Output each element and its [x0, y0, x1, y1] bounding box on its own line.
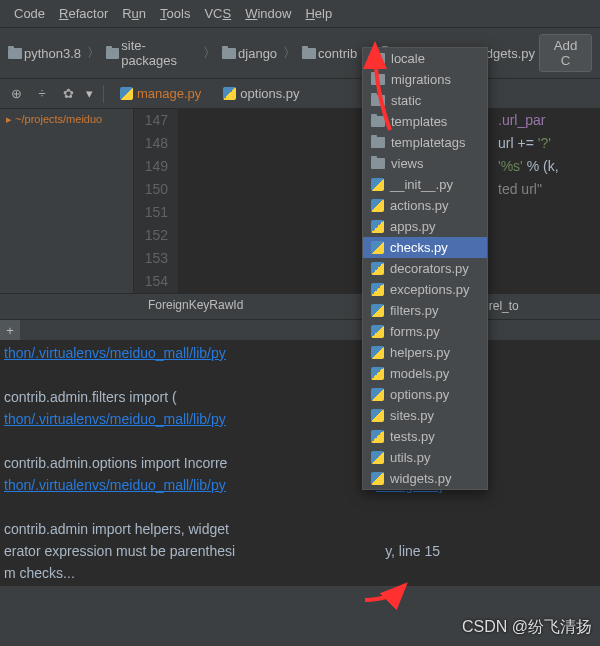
- dropdown-file-actions-py[interactable]: actions.py: [363, 195, 487, 216]
- toolbar: ⊕ ÷ ✿ ▾ manage.py options.py: [0, 79, 600, 109]
- tab-options[interactable]: options.py: [217, 84, 305, 103]
- folder-icon: [371, 74, 385, 85]
- menu-refactor[interactable]: Refactor: [53, 4, 114, 23]
- editor: ▸ ~/projects/meiduo 14714814915015115215…: [0, 109, 600, 293]
- python-file-icon: [371, 430, 384, 443]
- dropdown-folder-locale[interactable]: locale: [363, 48, 487, 69]
- dropdown-file-__init__-py[interactable]: __init__.py: [363, 174, 487, 195]
- dropdown-file-filters-py[interactable]: filters.py: [363, 300, 487, 321]
- dropdown-file-exceptions-py[interactable]: exceptions.py: [363, 279, 487, 300]
- python-file-icon: [371, 409, 384, 422]
- project-panel[interactable]: ▸ ~/projects/meiduo: [0, 109, 134, 293]
- python-file-icon: [371, 241, 384, 254]
- python-file-icon: [371, 283, 384, 296]
- breadcrumb: python3.8〉 site-packages〉 django〉 contri…: [0, 28, 600, 79]
- menu-run[interactable]: Run: [116, 4, 152, 23]
- menu-tools[interactable]: Tools: [154, 4, 196, 23]
- gutter: 147148149150151152153154: [134, 109, 178, 293]
- bc-contrib[interactable]: contrib: [302, 46, 357, 61]
- python-file-icon: [120, 87, 133, 100]
- folder-icon: [371, 53, 385, 64]
- python-file-icon: [223, 87, 236, 100]
- bc-python[interactable]: python3.8: [8, 46, 81, 61]
- dropdown-file-models-py[interactable]: models.py: [363, 363, 487, 384]
- python-file-icon: [371, 388, 384, 401]
- folder-icon: [371, 137, 385, 148]
- target-icon[interactable]: ⊕: [8, 86, 24, 102]
- dropdown-file-sites-py[interactable]: sites.py: [363, 405, 487, 426]
- folder-icon: [302, 48, 316, 59]
- python-file-icon: [371, 199, 384, 212]
- folder-icon: [106, 48, 119, 59]
- dropdown-folder-migrations[interactable]: migrations: [363, 69, 487, 90]
- dropdown-folder-views[interactable]: views: [363, 153, 487, 174]
- watermark: CSDN @纷飞清扬: [462, 617, 592, 638]
- python-file-icon: [371, 304, 384, 317]
- bc-site-packages[interactable]: site-packages: [106, 38, 197, 68]
- folder-icon: [371, 116, 385, 127]
- dropdown-folder-templatetags[interactable]: templatetags: [363, 132, 487, 153]
- console-output[interactable]: thon/.virtualenvs/meiduo_mall/lib/pyacka…: [0, 340, 600, 586]
- python-file-icon: [371, 346, 384, 359]
- dropdown-file-tests-py[interactable]: tests.py: [363, 426, 487, 447]
- python-file-icon: [371, 367, 384, 380]
- menu-bar: Code Refactor Run Tools VCS Window Help: [0, 0, 600, 28]
- add-tab-button[interactable]: +: [0, 320, 20, 340]
- menu-code[interactable]: Code: [8, 4, 51, 23]
- python-file-icon: [371, 262, 384, 275]
- dropdown-file-decorators-py[interactable]: decorators.py: [363, 258, 487, 279]
- add-config-button[interactable]: Add C: [539, 34, 592, 72]
- dropdown-file-helpers-py[interactable]: helpers.py: [363, 342, 487, 363]
- file-dropdown: localemigrationsstatictemplatestemplatet…: [362, 47, 488, 490]
- menu-help[interactable]: Help: [299, 4, 338, 23]
- collapse-icon[interactable]: ÷: [34, 86, 50, 102]
- python-file-icon: [371, 325, 384, 338]
- folder-icon: [371, 158, 385, 169]
- menu-window[interactable]: Window: [239, 4, 297, 23]
- dropdown-folder-static[interactable]: static: [363, 90, 487, 111]
- dropdown-file-forms-py[interactable]: forms.py: [363, 321, 487, 342]
- folder-icon: [371, 95, 385, 106]
- python-file-icon: [371, 178, 384, 191]
- dropdown-file-widgets-py[interactable]: widgets.py: [363, 468, 487, 489]
- bc-django[interactable]: django: [222, 46, 277, 61]
- folder-icon: [8, 48, 22, 59]
- dropdown-file-utils-py[interactable]: utils.py: [363, 447, 487, 468]
- python-file-icon: [371, 472, 384, 485]
- menu-vcs[interactable]: VCS: [198, 4, 237, 23]
- python-file-icon: [371, 220, 384, 233]
- status-bar: ForeignKeyRawId ct() 〉 if rel_to: [0, 293, 600, 320]
- settings-icon[interactable]: ✿: [60, 86, 76, 102]
- dropdown-file-apps-py[interactable]: apps.py: [363, 216, 487, 237]
- dropdown-file-checks-py[interactable]: checks.py: [363, 237, 487, 258]
- python-file-icon: [371, 451, 384, 464]
- folder-icon: [222, 48, 236, 59]
- dropdown-file-options-py[interactable]: options.py: [363, 384, 487, 405]
- tab-manage[interactable]: manage.py: [114, 84, 207, 103]
- status-left: ForeignKeyRawId: [148, 298, 243, 315]
- dropdown-folder-templates[interactable]: templates: [363, 111, 487, 132]
